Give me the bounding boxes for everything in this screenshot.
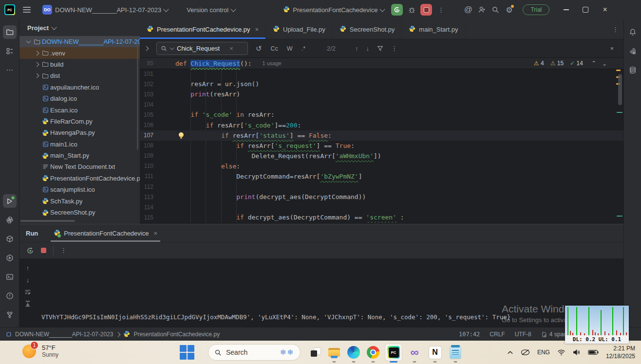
n-app-button[interactable]: N: [426, 344, 444, 361]
code-line[interactable]: 107 if resArr['status'] == False:: [140, 130, 623, 141]
previous-match-icon[interactable]: ↑: [355, 45, 358, 52]
tree-item[interactable]: avpuilauncher.ico: [19, 82, 140, 93]
tree-horizontal-scrollbar[interactable]: [20, 220, 75, 222]
tab-secreenshot[interactable]: SecreenShot.py: [333, 19, 402, 39]
tab-presentationfontcachedevice[interactable]: PresentationFontCachedevice.py ×: [140, 19, 266, 39]
editor-scrollbar[interactable]: [618, 74, 622, 105]
tree-item[interactable]: SecreenShot.py: [19, 207, 140, 218]
tree-item[interactable]: scanjumplist.ico: [19, 184, 140, 195]
chrome-button[interactable]: [364, 344, 382, 361]
search-options-icon[interactable]: [170, 45, 174, 50]
tree-item[interactable]: main1.ico: [19, 139, 140, 150]
search-field[interactable]: Chick_Request ×: [156, 42, 248, 55]
version-control-tool-icon[interactable]: [3, 308, 17, 322]
code-line[interactable]: 111 DecryptCommand=resArr['bZywPmNZ']: [140, 171, 623, 182]
next-match-icon[interactable]: ↓: [366, 45, 370, 52]
task-view-button[interactable]: [307, 344, 324, 361]
debug-button[interactable]: [405, 3, 418, 17]
close-search-icon[interactable]: ×: [610, 45, 614, 52]
code-line[interactable]: 106 if resArr['s_code']==200:: [140, 120, 623, 130]
match-case-toggle[interactable]: Cc: [270, 45, 279, 52]
main-menu-icon[interactable]: [23, 7, 31, 13]
project-selector[interactable]: DO DOWN-NEW_______API-12-07-2023: [38, 3, 173, 17]
tab-upload-file[interactable]: Upload_File.py: [266, 19, 333, 39]
words-toggle[interactable]: W: [286, 45, 294, 52]
terminal-tool-icon[interactable]: [3, 270, 17, 284]
structure-tool-icon[interactable]: [3, 44, 17, 58]
code-line[interactable]: 110 else:: [140, 161, 623, 171]
tab-options-icon[interactable]: ⋮: [612, 26, 619, 33]
intention-bulb-icon[interactable]: [179, 132, 184, 139]
version-control-menu[interactable]: Version control: [182, 3, 240, 17]
network-monitor-widget[interactable]: DL: 0.2 UL: 0.1: [565, 306, 629, 344]
expander-icon[interactable]: [33, 74, 40, 77]
run-console[interactable]: ↑ ↓ VTVhYTJHdGc9PSIsImN0IjoiaHhSSzRid3gi…: [19, 258, 623, 322]
run-tab[interactable]: PresentationFontCachedevice ×: [51, 224, 160, 242]
search-more-icon[interactable]: ⋮: [391, 45, 397, 52]
run-tool-icon[interactable]: [3, 194, 17, 208]
filter-icon[interactable]: [377, 45, 383, 52]
visual-studio-button[interactable]: ∞: [406, 344, 423, 361]
tab-main-start[interactable]: main_Start.py: [402, 19, 465, 39]
start-button[interactable]: [179, 345, 195, 360]
tree-item[interactable]: HavengaPas.py: [19, 127, 140, 138]
inspections-widget[interactable]: ⚠ 4 ⚠ 15 ✓ 14 ⌃⌃: [534, 58, 607, 69]
more-actions-icon[interactable]: ⋮: [434, 3, 448, 17]
search-history-icon[interactable]: ↺: [255, 44, 263, 53]
clock-widget[interactable]: 2:21 PM 12/18/2025: [606, 345, 635, 360]
regex-toggle[interactable]: .*: [301, 45, 306, 52]
run-panel-title[interactable]: Run: [26, 230, 38, 237]
run-configuration-selector[interactable]: PresentationFontCachedevice: [278, 3, 389, 17]
tree-item[interactable]: New Text Document.txt: [19, 161, 140, 172]
tree-vertical-scrollbar[interactable]: [137, 43, 138, 150]
caret-position[interactable]: 107:42: [459, 331, 480, 338]
run-more-icon[interactable]: ⋮: [60, 247, 67, 254]
previous-problem-icon[interactable]: ⌃: [591, 60, 596, 67]
notifications-bell-icon[interactable]: [626, 25, 640, 39]
close-tab-icon[interactable]: ×: [255, 26, 259, 33]
tree-item[interactable]: build: [19, 59, 140, 70]
file-encoding[interactable]: UTF-8: [515, 331, 531, 338]
code-line[interactable]: 104: [140, 99, 623, 109]
file-explorer-button[interactable]: [325, 344, 343, 361]
tree-item[interactable]: dist: [19, 70, 140, 81]
line-separator[interactable]: CRLF: [490, 331, 505, 338]
eye-slash-icon[interactable]: [521, 349, 530, 356]
ai-chat-icon[interactable]: [626, 44, 640, 58]
tree-item[interactable]: SchTask.py: [19, 195, 140, 206]
breadcrumb-file[interactable]: PresentationFontCachedevice.py: [133, 331, 220, 338]
code-line[interactable]: 101: [140, 69, 623, 79]
close-run-tab-icon[interactable]: ×: [153, 230, 157, 237]
soft-wrap-icon[interactable]: [24, 289, 31, 295]
minimize-button[interactable]: [556, 0, 576, 19]
tree-item[interactable]: main_Start.py: [19, 150, 140, 161]
weather-widget[interactable]: 1 57°F Sunny: [21, 343, 58, 359]
rerun-button[interactable]: [391, 4, 403, 16]
expand-search-icon[interactable]: [143, 47, 150, 50]
project-tool-icon[interactable]: [3, 25, 17, 39]
restore-button[interactable]: [576, 0, 595, 19]
services-tool-icon[interactable]: [3, 251, 17, 265]
notepad-button[interactable]: [447, 344, 464, 361]
sticky-line[interactable]: 85 def Chick_Request(): 1 usage ⚠ 4 ⚠ 15…: [140, 58, 623, 69]
next-problem-icon[interactable]: ⌃: [602, 60, 607, 67]
settings-gear-icon[interactable]: ⚙: [502, 3, 516, 17]
edge-button[interactable]: [345, 344, 362, 361]
tree-item[interactable]: DOWN-NEW_______API-12-07-2023: [19, 36, 140, 47]
project-panel-header[interactable]: Project: [19, 19, 140, 36]
tree-item[interactable]: .venv: [19, 47, 140, 58]
ai-assistant-icon[interactable]: @: [461, 3, 475, 17]
volume-icon[interactable]: [573, 349, 581, 356]
code-line[interactable]: 112: [140, 182, 623, 192]
tree-item[interactable]: dialog.ico: [19, 93, 140, 104]
language-indicator[interactable]: ENG: [537, 349, 550, 356]
code-viewport[interactable]: 101102 resArr = ur.json()103 print(resAr…: [140, 69, 623, 222]
rerun-icon[interactable]: [26, 247, 34, 255]
database-tool-icon[interactable]: [626, 63, 640, 77]
tree-item[interactable]: PresentationFontCachedevice.py: [19, 173, 140, 184]
search-query[interactable]: Chick_Request: [177, 45, 220, 52]
expander-icon[interactable]: [33, 63, 40, 66]
wifi-icon[interactable]: [557, 349, 566, 356]
pycharm-taskbar-button[interactable]: PC: [385, 344, 402, 361]
usage-hint[interactable]: 1 usage: [263, 60, 282, 66]
